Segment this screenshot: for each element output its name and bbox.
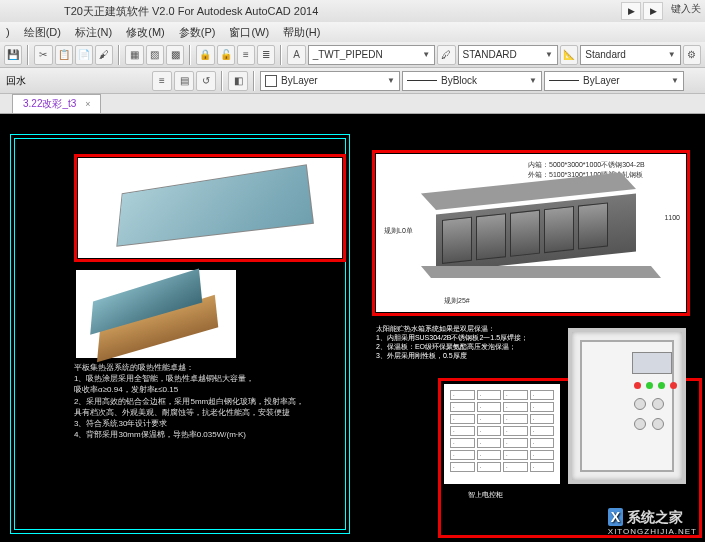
chevron-down-icon: ▼: [545, 50, 553, 59]
app-title: T20天正建筑软件 V2.0 For Autodesk AutoCAD 2014: [64, 4, 318, 19]
dim-h: 1100: [664, 214, 680, 221]
tab-name: 3.22改彩_t3: [23, 98, 76, 109]
solar-panel-shape: [116, 164, 314, 246]
search-btn-2[interactable]: ▶: [643, 2, 663, 20]
lweight-value: ByLayer: [583, 75, 620, 86]
chevron-down-icon: ▼: [668, 50, 676, 59]
panel-notes: 平板集热器系统的吸热性能卓越： 1、吸热涂层采用全智能，吸热性卓越铜铝大容量， …: [74, 362, 344, 440]
knob-3: [634, 418, 646, 430]
toolbar-row-2: 回水 ≡ ▤ ↺ ◧ ByLayer ▼ ByBlock ▼ ByLayer ▼: [0, 68, 705, 94]
left-cn-label: 回水: [4, 74, 28, 88]
active-tab[interactable]: 3.22改彩_t3 ×: [12, 94, 101, 113]
layer-detail-image: [76, 270, 236, 358]
lock-icon[interactable]: 🔒: [196, 45, 214, 65]
knob-2: [652, 398, 664, 410]
dim-icon[interactable]: 📐: [560, 45, 578, 65]
lweight-sample: [549, 80, 579, 81]
led-green: [646, 382, 653, 389]
knob-4: [652, 418, 664, 430]
panel-image-bg: [78, 158, 342, 258]
dim-label1: 规则L0单: [384, 226, 413, 236]
layer-style-value: _TWT_PIPEDN: [313, 49, 383, 60]
tank-image-bg: 内箱：5000*3000*1000不锈钢304-2B 外箱：5100*3100*…: [376, 154, 686, 312]
lweight-dropdown[interactable]: ByLayer ▼: [544, 71, 684, 91]
menu-dimension[interactable]: 标注(N): [75, 25, 112, 40]
search-btn[interactable]: ▶: [621, 2, 641, 20]
doc-tabs: 3.22改彩_t3 ×: [0, 94, 705, 114]
chevron-down-icon: ▼: [422, 50, 430, 59]
tab-prefix: [4, 109, 12, 113]
layerprev-icon[interactable]: ↺: [196, 71, 216, 91]
text-icon[interactable]: A: [287, 45, 305, 65]
menu-param[interactable]: 参数(P): [179, 25, 216, 40]
drawing-canvas[interactable]: 平板集热器系统的吸热性能卓越： 1、吸热涂层采用全智能，吸热性卓越铜铝大容量， …: [0, 114, 705, 542]
save-icon[interactable]: 💾: [4, 45, 22, 65]
dim-config-icon[interactable]: ⚙: [683, 45, 701, 65]
layer-style-dropdown[interactable]: _TWT_PIPEDN ▼: [308, 45, 436, 65]
led-green-2: [658, 382, 665, 389]
cut-icon[interactable]: ✂: [34, 45, 52, 65]
spec-table: ···· ···· ···· ···· ···· ···· ····: [448, 388, 556, 474]
color-value: ByLayer: [281, 75, 318, 86]
dim-inner: 内箱：5000*3000*1000不锈钢304-2B: [528, 160, 645, 170]
line-sample: [407, 80, 437, 81]
keyin-label: 键入关: [671, 2, 701, 20]
title-right-controls: ▶ ▶ 键入关: [621, 2, 701, 20]
text-style-dropdown[interactable]: STANDARD ▼: [458, 45, 558, 65]
menu-help[interactable]: 帮助(H): [283, 25, 320, 40]
match-icon[interactable]: 🖌: [95, 45, 113, 65]
ltype-dropdown[interactable]: ByBlock ▼: [402, 71, 542, 91]
chevron-down-icon: ▼: [387, 76, 395, 85]
dim-style-value: Standard: [585, 49, 626, 60]
menu-window[interactable]: 窗口(W): [229, 25, 269, 40]
ltype-value: ByBlock: [441, 75, 477, 86]
display-panel: [632, 352, 672, 374]
grid2-icon[interactable]: ▨: [146, 45, 164, 65]
tab-close-icon[interactable]: ×: [85, 99, 90, 109]
color-dropdown[interactable]: ByLayer ▼: [260, 71, 400, 91]
control-cabinet: [568, 328, 686, 484]
title-bar: T20天正建筑软件 V2.0 For Autodesk AutoCAD 2014…: [0, 0, 705, 22]
led-red-2: [670, 382, 677, 389]
led-red: [634, 382, 641, 389]
menu-modify[interactable]: 修改(M): [126, 25, 165, 40]
knob-1: [634, 398, 646, 410]
menu-bar: ) 绘图(D) 标注(N) 修改(M) 参数(P) 窗口(W) 帮助(H): [0, 22, 705, 42]
grid3-icon[interactable]: ▩: [166, 45, 184, 65]
color-swatch: [265, 75, 277, 87]
cabinet-door: [580, 340, 674, 472]
layerstate-icon[interactable]: ◧: [228, 71, 248, 91]
text-style-value: STANDARD: [463, 49, 517, 60]
copy-icon[interactable]: 📋: [55, 45, 73, 65]
watermark: X 系统之家 XITONGZHIJIA.NET: [608, 509, 697, 536]
brush-icon[interactable]: 🖊: [437, 45, 455, 65]
chevron-down-icon: ▼: [529, 76, 537, 85]
grid-icon[interactable]: ▦: [125, 45, 143, 65]
spec-table-bg: ···· ···· ···· ···· ···· ···· ····: [444, 384, 560, 484]
menu-trail[interactable]: ): [6, 26, 10, 38]
unlock-icon[interactable]: 🔓: [217, 45, 235, 65]
toolbar-row-1: 💾 ✂ 📋 📄 🖌 ▦ ▨ ▩ 🔒 🔓 ≡ ≣ A _TWT_PIPEDN ▼ …: [0, 42, 705, 68]
chevron-down-icon: ▼: [671, 76, 679, 85]
dim-label2: 规则25#: [444, 296, 470, 306]
layers-icon[interactable]: ≡: [152, 71, 172, 91]
layerp-icon[interactable]: ▤: [174, 71, 194, 91]
tank-base: [421, 266, 661, 278]
layer-icon[interactable]: ≡: [237, 45, 255, 65]
paste-icon[interactable]: 📄: [75, 45, 93, 65]
menu-draw[interactable]: 绘图(D): [24, 25, 61, 40]
dim-style-dropdown[interactable]: Standard ▼: [580, 45, 680, 65]
layer2-icon[interactable]: ≣: [257, 45, 275, 65]
control-label: 智上电控柜: [468, 490, 503, 499]
